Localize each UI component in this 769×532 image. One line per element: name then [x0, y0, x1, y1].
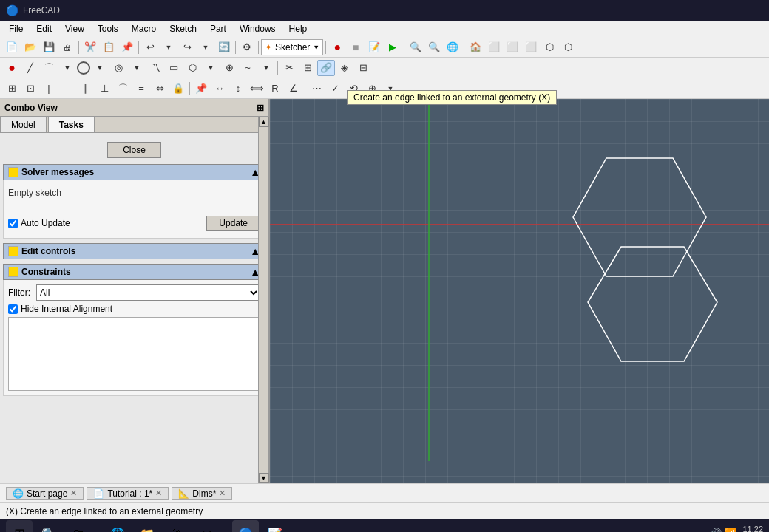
point-on-object-btn[interactable]: ⊡	[21, 81, 39, 97]
vert-dist-btn[interactable]: ↕	[229, 81, 247, 97]
symmetric-btn[interactable]: ⇔	[151, 81, 169, 97]
taskbar-mail-btn[interactable]: ✉	[193, 520, 220, 532]
paste-btn[interactable]: 📌	[118, 39, 136, 55]
vertical-btn[interactable]: |	[40, 81, 58, 97]
start-btn[interactable]: ⊞	[6, 520, 33, 532]
perpendicular-btn[interactable]: ⊥	[95, 81, 113, 97]
zoom-in-btn[interactable]: 🔍	[407, 39, 424, 55]
hide-alignment-checkbox[interactable]	[8, 304, 18, 314]
view-home-btn[interactable]: 🏠	[467, 39, 484, 55]
scroll-up-btn[interactable]: ▲	[259, 117, 269, 127]
construction-btn[interactable]: ⊟	[354, 60, 372, 76]
save-btn[interactable]: 💾	[40, 39, 58, 55]
sketch-viewport[interactable]	[270, 99, 769, 483]
record-btn[interactable]: 📝	[365, 39, 383, 55]
menu-windows[interactable]: Windows	[234, 22, 282, 35]
constraints-header[interactable]: Constraints ▲	[3, 264, 265, 280]
update-btn[interactable]: Update	[206, 216, 260, 231]
print-btn[interactable]: 🖨	[58, 39, 76, 55]
stop-square-btn[interactable]: ■	[347, 39, 365, 55]
open-file-btn[interactable]: 📂	[21, 39, 39, 55]
circle-dropdown-btn[interactable]: ▼	[91, 60, 109, 76]
coincident-btn[interactable]: ⊞	[3, 81, 21, 97]
canvas-area[interactable]	[270, 99, 769, 483]
menu-view[interactable]: View	[59, 22, 90, 35]
arc-dropdown-btn[interactable]: ▼	[58, 60, 76, 76]
sketch-validate-btn[interactable]: ✓	[326, 81, 344, 97]
menu-file[interactable]: File	[3, 22, 29, 35]
taskbar-taskview-btn[interactable]: 🗂	[65, 520, 92, 532]
status-tab-tutorial[interactable]: 📄 Tutorial : 1* ✕	[87, 487, 169, 500]
view-front-btn[interactable]: ⬜	[485, 39, 503, 55]
auto-update-label[interactable]: Auto Update	[8, 218, 70, 228]
undo-btn[interactable]: ↩	[141, 39, 159, 55]
horiz-dist-btn[interactable]: ↔	[211, 81, 228, 97]
more-tools-btn[interactable]: ⋯	[308, 81, 325, 97]
fix-dist-btn[interactable]: ⟺	[248, 81, 265, 97]
zoom-out-btn[interactable]: 🔍	[425, 39, 443, 55]
refresh-btn[interactable]: 🔄	[215, 39, 233, 55]
trim-btn[interactable]: ✂	[280, 60, 298, 76]
redo-dropdown-btn[interactable]: ▼	[197, 39, 214, 55]
copy-btn[interactable]: 📋	[100, 39, 118, 55]
taskbar-search-btn[interactable]: 🔍	[35, 520, 62, 532]
menu-help[interactable]: Help	[283, 22, 314, 35]
taskbar-freecad-btn[interactable]: 🔵	[232, 520, 259, 532]
edit-controls-header[interactable]: Edit controls ▲	[3, 243, 265, 259]
point-btn[interactable]: ●	[3, 60, 21, 76]
slot-btn[interactable]: ⊕	[220, 60, 238, 76]
polyline-btn[interactable]: 〽	[146, 60, 164, 76]
arc-btn[interactable]: ⌒	[40, 60, 58, 76]
filter-select[interactable]: All Normal Construction External	[36, 284, 260, 301]
block-btn[interactable]: 🔒	[169, 81, 187, 97]
taskbar-word-btn[interactable]: 📝	[262, 520, 288, 532]
bspline-dropdown-btn[interactable]: ▼	[257, 60, 275, 76]
lock-btn[interactable]: 📌	[192, 81, 210, 97]
new-file-btn[interactable]: 📄	[3, 39, 21, 55]
tutorial-close[interactable]: ✕	[155, 488, 162, 498]
menu-part[interactable]: Part	[204, 22, 232, 35]
solver-messages-header[interactable]: Solver messages ▲	[3, 164, 265, 180]
status-tab-start[interactable]: 🌐 Start page ✕	[6, 487, 84, 500]
macro-btn[interactable]: ⚙	[238, 39, 256, 55]
equal-btn[interactable]: =	[132, 81, 150, 97]
tangent-btn[interactable]: ⌒	[114, 81, 132, 97]
bspline-btn[interactable]: ~	[239, 60, 257, 76]
ellipse-btn[interactable]: ◎	[109, 60, 127, 76]
carbon-copy-btn[interactable]: ◈	[336, 60, 353, 76]
status-tab-dims[interactable]: 📐 Dims* ✕	[172, 487, 232, 500]
auto-update-checkbox[interactable]	[8, 219, 18, 228]
tab-model[interactable]: Model	[0, 117, 47, 132]
view-iso2-btn[interactable]: ⬡	[559, 39, 577, 55]
start-page-close[interactable]: ✕	[70, 488, 77, 498]
cut-btn[interactable]: ✂️	[81, 39, 99, 55]
polygon-btn[interactable]: ⬡	[183, 60, 201, 76]
dims-close[interactable]: ✕	[219, 488, 226, 498]
view-iso-btn[interactable]: ⬡	[541, 39, 558, 55]
external-geometry-btn[interactable]: 🔗	[317, 60, 335, 76]
menu-macro[interactable]: Macro	[126, 22, 162, 35]
menu-edit[interactable]: Edit	[30, 22, 58, 35]
view-right-btn[interactable]: ⬜	[522, 39, 540, 55]
undo-dropdown-btn[interactable]: ▼	[160, 39, 177, 55]
taskbar-store-btn[interactable]: 🛍	[163, 520, 190, 532]
close-sketch-btn[interactable]: Close	[107, 142, 161, 158]
stop-btn[interactable]: ●	[328, 39, 346, 55]
line-btn[interactable]: ╱	[21, 60, 39, 76]
horizontal-btn[interactable]: —	[58, 81, 76, 97]
menu-sketch[interactable]: Sketch	[163, 22, 203, 35]
parallel-btn[interactable]: ∥	[77, 81, 95, 97]
maximize-btn[interactable]: ⊞	[257, 103, 264, 113]
hexagon-1[interactable]	[573, 158, 706, 276]
hexagon-2[interactable]	[588, 247, 717, 361]
view-dropdown-btn[interactable]: 🌐	[444, 39, 461, 55]
angle-btn[interactable]: ∠	[285, 81, 302, 97]
extend-btn[interactable]: ⊞	[299, 60, 316, 76]
radius-btn[interactable]: R	[266, 81, 284, 97]
play-btn[interactable]: ▶	[384, 39, 402, 55]
rect-btn[interactable]: ▭	[165, 60, 183, 76]
circle-btn[interactable]	[77, 61, 90, 75]
panel-scrollbar[interactable]: ▲ ▼	[258, 117, 268, 483]
scroll-down-btn[interactable]: ▼	[259, 473, 269, 483]
workbench-dropdown[interactable]: ✦ Sketcher ▼	[261, 39, 323, 55]
